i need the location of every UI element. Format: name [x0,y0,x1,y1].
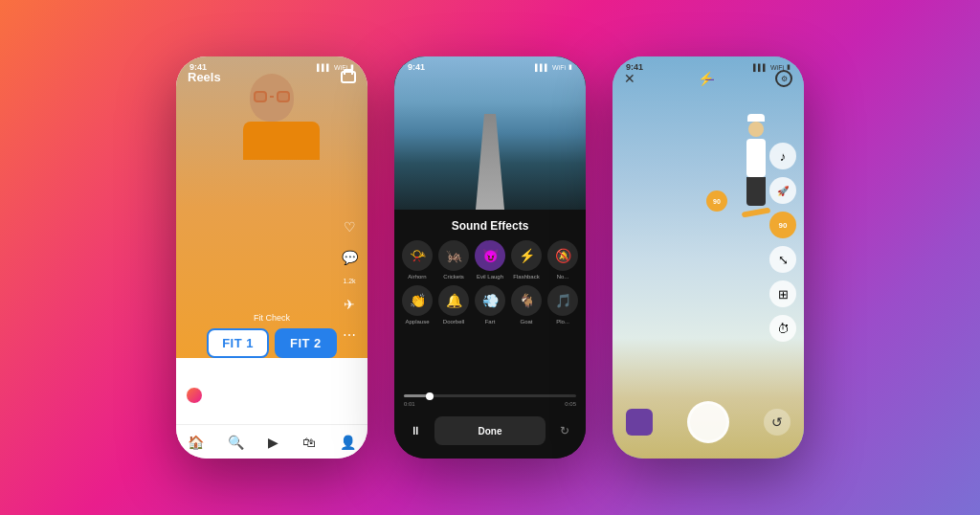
more1-icon: 🔕 [547,240,578,271]
wifi-icon: WiFi [334,64,347,71]
speed-badge-tool[interactable]: 90 [769,212,796,238]
username[interactable]: stellas_gr00v3 [209,392,261,400]
move-tool[interactable]: ⤡ [769,246,796,273]
effect-applause[interactable]: 👏 Applause [400,285,434,325]
pause-button[interactable]: ⏸ [404,419,427,442]
music-tool[interactable]: ♪ [769,143,796,169]
effect-airhorn[interactable]: 📯 Airhorn [400,240,434,280]
status-bar-2: 9:41 ▌▌▌ WiFi ▮ [394,56,586,74]
status-bar-1: 9:41 ▌▌▌ WiFi ▮ [176,56,368,74]
effect-crickets[interactable]: 🦗 Crickets [436,240,471,280]
done-button[interactable]: Done [434,416,546,445]
effect-goat[interactable]: 🐐 Goat [509,285,544,325]
effect-more2[interactable]: 🎵 Plo... [546,285,580,325]
nav-search-icon[interactable]: 🔍 [228,435,244,450]
fit-buttons-container: FIT 1 FIT 2 [207,328,337,358]
signal-icon-2: ▌▌▌ [535,64,549,71]
person-figure [243,74,301,150]
effect-evil-laugh[interactable]: 😈 Evil Laugh [473,240,507,280]
speed-tool[interactable]: 🚀 [769,177,796,204]
applause-label: Applause [405,319,429,325]
person-body [243,122,320,160]
effect-more1[interactable]: 🔕 No... [546,240,580,280]
battery-icon-2: ▮ [568,63,572,71]
applause-icon: 👏 [402,285,433,316]
phone3-content: 90 9:41 ▌▌▌ WiFi ▮ ✕ ⚡̶ ⚙ ♪ 🚀 90 ⤡ ⊞ ⏱ [612,56,804,459]
layout-tool[interactable]: ⊞ [769,280,796,307]
post-info: stellas_gr00v3 Follow Night out with my … [176,387,368,422]
effects-row-2: 👏 Applause 🔔 Doorbell 💨 Fart 🐐 Goat 🎵 Pl… [394,285,586,325]
timeline-end: 0:05 [565,401,576,407]
settings-icon: ⚙ [781,75,788,83]
timer-tool[interactable]: ⏱ [769,315,796,342]
timeline-scrubber[interactable] [426,392,434,400]
camera-bottom-controls: ↺ [612,392,804,459]
fart-label: Fart [485,319,496,325]
effect-doorbell[interactable]: 🔔 Doorbell [436,285,471,325]
glasses [254,91,290,102]
audio-info[interactable]: ♪ Original Audio · str... ● Results [186,415,358,422]
color-swatch[interactable] [626,409,653,436]
evil-laugh-icon: 😈 [475,240,505,271]
video-preview [394,56,586,210]
camera-header: ✕ ⚡̶ ⚙ [612,70,804,87]
flashback-icon: ⚡ [511,240,542,271]
follow-button[interactable]: Follow [267,391,298,401]
evil-laugh-label: Evil Laugh [477,274,503,280]
nav-profile-icon[interactable]: 👤 [340,435,356,450]
nav-home-icon[interactable]: 🏠 [188,435,204,450]
right-lens [277,91,290,102]
phone-sound-effects: 9:41 ▌▌▌ WiFi ▮ Sound Effects 📯 Airhorn … [394,56,586,459]
bottom-nav: 🏠 🔍 ▶ 🛍 👤 [176,424,368,459]
skater-body [746,139,766,177]
phone1-content: 9:41 ▌▌▌ WiFi ▮ Reels [176,56,368,459]
signal-icon: ▌▌▌ [317,64,331,71]
status-time-1: 9:41 [189,62,207,72]
more2-label: Plo... [556,319,569,325]
crickets-label: Crickets [443,274,464,280]
effect-fart[interactable]: 💨 Fart [473,285,507,325]
fit-check-overlay: Fit Check FIT 1 FIT 2 [176,313,368,358]
close-button[interactable]: ✕ [624,71,635,86]
playback-controls: ⏸ Done ↻ [394,411,586,459]
camera-tools: ♪ 🚀 90 ⤡ ⊞ ⏱ [769,143,796,342]
skateboard [742,207,771,217]
bridge [270,96,274,98]
avatar[interactable] [186,387,203,404]
phone2-content: 9:41 ▌▌▌ WiFi ▮ Sound Effects 📯 Airhorn … [394,56,586,459]
refresh-button[interactable]: ↻ [553,419,576,442]
nav-reels-icon[interactable]: ▶ [268,435,278,450]
comment-icon[interactable]: 💬 [339,247,360,268]
shutter-button[interactable] [687,401,729,443]
phone-camera: 90 9:41 ▌▌▌ WiFi ▮ ✕ ⚡̶ ⚙ ♪ 🚀 90 ⤡ ⊞ ⏱ [612,56,804,459]
fit-button-2[interactable]: FIT 2 [275,328,337,358]
flip-camera-button[interactable]: ↺ [764,409,791,436]
phone-reels: 9:41 ▌▌▌ WiFi ▮ Reels [176,56,368,459]
effects-row-1: 📯 Airhorn 🦗 Crickets 😈 Evil Laugh ⚡ Flas… [394,240,586,280]
caption: Night out with my besties [186,407,358,414]
timeline-bar[interactable] [404,394,576,397]
goat-icon: 🐐 [511,285,542,316]
airhorn-label: Airhorn [408,274,426,280]
status-icons-1: ▌▌▌ WiFi ▮ [317,63,354,71]
skater-legs [746,177,766,206]
flash-off-icon[interactable]: ⚡̶ [698,71,714,86]
effect-flashback[interactable]: ⚡ Flashback [509,240,544,280]
user-row: stellas_gr00v3 Follow [186,387,358,404]
battery-icon: ▮ [350,63,354,71]
crickets-icon: 🦗 [438,240,469,271]
wifi-icon-2: WiFi [552,64,566,71]
fit-button-1[interactable]: FIT 1 [207,328,269,358]
nav-shop-icon[interactable]: 🛍 [302,435,316,450]
sound-effects-title: Sound Effects [394,210,586,240]
skater-cap [747,114,765,122]
status-time-2: 9:41 [408,62,425,72]
status-icons-2: ▌▌▌ WiFi ▮ [535,63,572,71]
doorbell-label: Doorbell [443,319,464,325]
speed-badge: 90 [706,190,727,212]
heart-icon[interactable]: ♡ [339,216,360,237]
more2-icon: 🎵 [547,285,578,316]
timeline[interactable]: 0:01 0:05 [394,387,586,411]
settings-button[interactable]: ⚙ [775,70,792,87]
doorbell-icon: 🔔 [438,285,469,316]
